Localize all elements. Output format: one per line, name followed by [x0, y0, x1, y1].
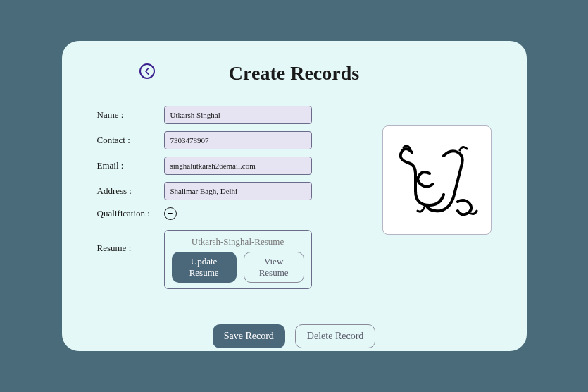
form-column: Name : Contact : Email : Address : Quali…: [97, 106, 361, 296]
contact-input[interactable]: [164, 131, 312, 149]
plus-icon: +: [168, 209, 173, 219]
address-row: Address :: [97, 182, 361, 200]
footer-actions: Save Record Delete Record: [97, 324, 492, 348]
create-records-card: Create Records Name : Contact : Email : …: [62, 41, 527, 351]
name-row: Name :: [97, 106, 361, 124]
content: Name : Contact : Email : Address : Quali…: [97, 106, 492, 296]
save-record-button[interactable]: Save Record: [213, 324, 285, 348]
address-input[interactable]: [164, 182, 312, 200]
avatar-image: [382, 125, 492, 235]
header: Create Records: [97, 62, 492, 85]
email-input[interactable]: [164, 157, 312, 175]
view-resume-button[interactable]: View Resume: [244, 252, 304, 283]
page-title: Create Records: [229, 62, 359, 85]
name-input[interactable]: [164, 106, 312, 124]
email-label: Email :: [97, 160, 164, 171]
update-resume-button[interactable]: Update Resume: [172, 252, 237, 283]
add-qualification-button[interactable]: +: [164, 207, 177, 220]
avatar-monogram-icon: [391, 135, 482, 226]
delete-record-button[interactable]: Delete Record: [295, 324, 375, 348]
email-row: Email :: [97, 157, 361, 175]
name-label: Name :: [97, 109, 164, 121]
resume-actions: Update Resume View Resume: [172, 252, 304, 283]
address-label: Address :: [97, 185, 164, 197]
resume-label: Resume :: [97, 230, 164, 254]
resume-filename: Utkarsh-Singhal-Resume: [172, 236, 304, 247]
qualification-label: Qualification :: [97, 208, 164, 219]
resume-box: Utkarsh-Singhal-Resume Update Resume Vie…: [164, 230, 312, 289]
contact-row: Contact :: [97, 131, 361, 149]
avatar-column: [382, 106, 492, 296]
qualification-row: Qualification : +: [97, 207, 361, 220]
contact-label: Contact :: [97, 135, 164, 146]
chevron-left-icon: [144, 68, 151, 75]
resume-row: Resume : Utkarsh-Singhal-Resume Update R…: [97, 230, 361, 289]
back-button[interactable]: [139, 63, 155, 79]
